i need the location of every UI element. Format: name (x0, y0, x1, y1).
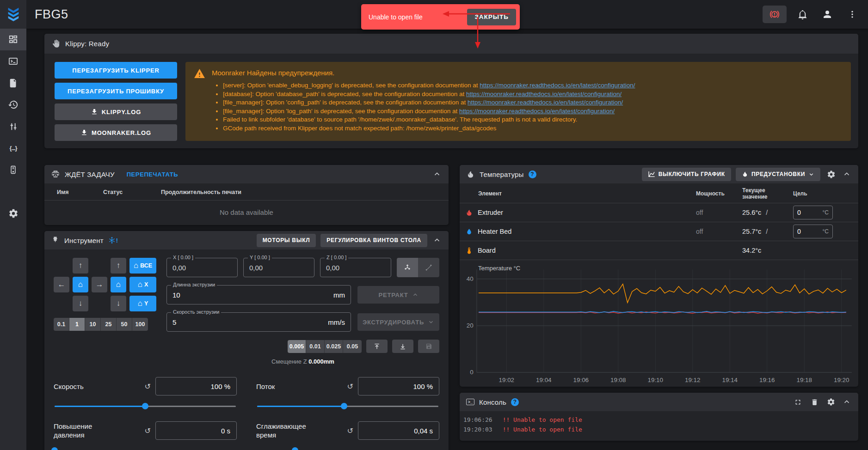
extrude-length-field[interactable]: Длинна экструзии 10 mm (166, 285, 351, 304)
moonraker-log-label: MOONRAKER.LOG (92, 129, 151, 136)
slider-thumb[interactable] (292, 447, 298, 450)
sidebar-item-machine[interactable] (0, 159, 26, 181)
warning-link[interactable]: https://moonraker.readthedocs.io/en/late… (459, 108, 615, 115)
move-step-option[interactable]: 50 (117, 318, 132, 331)
toggle-chart-button[interactable]: ВЫКЛЮЧИТЬ ГРАФИК (642, 168, 731, 181)
pressure-advance-value[interactable]: 0 s (155, 421, 237, 440)
move-step-option[interactable]: 0.1 (54, 318, 69, 331)
help-icon[interactable]: ? (529, 170, 536, 178)
flow-factor-slider[interactable] (257, 403, 438, 409)
column-status: Статус (103, 189, 161, 195)
sidebar-item-heightmap-tune[interactable] (0, 116, 26, 137)
overflow-menu-button[interactable] (843, 5, 862, 24)
speed-factor-slider[interactable] (55, 403, 236, 409)
warning-link[interactable]: https://moonraker.readthedocs.io/en/late… (480, 82, 635, 89)
mainsail-logo[interactable] (0, 0, 26, 29)
job-queue-title: ЖДЁТ ЗАДАЧУ (65, 170, 115, 178)
bell-icon (797, 9, 808, 20)
temperature-settings-button[interactable] (825, 168, 837, 180)
z-step-option[interactable]: 0.05 (343, 340, 362, 353)
move-y-plus-button[interactable]: ↑ (73, 258, 88, 274)
job-queue-header: ЖДЁТ ЗАДАЧУ ПЕРЕПЕЧАТАТЬ (44, 165, 449, 183)
sidebar-item-machine-config[interactable]: {...} (0, 137, 26, 159)
speed-factor-value[interactable]: 100 % (155, 377, 237, 395)
cooldown-indicator[interactable]: ! (108, 237, 118, 244)
collapse-button[interactable] (842, 397, 852, 407)
notifications-button[interactable] (793, 5, 812, 24)
extrude-button[interactable]: ЭКСТРУДИРОВАТЬ (357, 313, 439, 331)
reprint-button[interactable]: ПЕРЕПЕЧАТАТЬ (127, 171, 179, 178)
klippy-log-button[interactable]: KLIPPY.LOG (55, 103, 177, 120)
move-step-option-selected[interactable]: 1 (69, 318, 85, 331)
collapse-button[interactable] (432, 169, 442, 179)
bed-screws-button[interactable]: РЕГУЛИРОВКА ВИНТОВ СТОЛА (320, 234, 427, 247)
slider-thumb[interactable] (142, 403, 148, 409)
vector-line-icon (425, 263, 433, 272)
vector-move-mode-button[interactable] (418, 258, 439, 277)
console-log[interactable]: 19:06:26 !! Unable to open file 19:20:03… (460, 411, 858, 441)
help-icon[interactable]: ? (511, 398, 519, 406)
sidebar-item-console[interactable] (0, 50, 26, 72)
home-z-button[interactable]: ⌂ (111, 277, 126, 292)
position-y-field[interactable]: Y [ 0.00 ] 0,00 (243, 258, 314, 277)
heater-name: Extruder (478, 209, 503, 216)
sidebar-spacer (0, 181, 26, 202)
move-step-option[interactable]: 25 (101, 318, 117, 331)
move-z-minus-button[interactable]: ↓ (111, 296, 126, 311)
axis-move-mode-button[interactable] (397, 258, 418, 277)
position-z-field[interactable]: Z [ 0.00 ] 0,00 (320, 258, 391, 277)
reset-icon[interactable]: ↺ (145, 382, 151, 391)
warning-list: [server]: Option 'enable_debug_logging' … (223, 81, 635, 133)
pressure-advance-slider[interactable] (55, 447, 236, 450)
extrude-speed-field[interactable]: Скорость экструзии 5 mm/s (166, 312, 351, 332)
retract-button[interactable]: РЕТРАКТ (357, 286, 439, 304)
flow-factor-value[interactable]: 100 % (358, 377, 439, 395)
snackbar-close-button[interactable]: ЗАКРЫТЬ (467, 9, 516, 25)
move-x-plus-button[interactable]: → (92, 277, 107, 292)
moonraker-log-button[interactable]: MOONRAKER.LOG (55, 124, 177, 141)
sidebar-item-settings[interactable] (0, 202, 26, 224)
z-offset-up-button[interactable] (366, 340, 388, 353)
console-settings-button[interactable] (825, 396, 837, 408)
heater-bed-target-input[interactable]: 0 °C (793, 225, 833, 238)
home-xy-button[interactable]: ⌂ (73, 277, 88, 292)
sidebar-item-history[interactable] (0, 94, 26, 116)
z-step-option[interactable]: 0.01 (306, 340, 325, 353)
smooth-time-value[interactable]: 0,04 s (358, 421, 439, 440)
sidebar-item-dashboard[interactable] (0, 29, 26, 50)
restart-klipper-button[interactable]: ПЕРЕЗАГРУЗИТЬ KLIPPER (55, 62, 177, 79)
home-all-button[interactable]: ⌂ВСЕ (129, 258, 156, 274)
account-button[interactable] (818, 5, 837, 24)
temperature-header: Температуры ? ВЫКЛЮЧИТЬ ГРАФИК (460, 165, 858, 183)
move-step-option[interactable]: 100 (132, 318, 148, 331)
motors-off-button[interactable]: МОТОРЫ ВЫКЛ (257, 234, 316, 247)
console-clear-button[interactable] (808, 396, 820, 408)
move-z-plus-button[interactable]: ↑ (111, 258, 126, 274)
home-y-button[interactable]: ⌂Y (129, 296, 156, 311)
slider-thumb[interactable] (51, 447, 58, 450)
z-step-option[interactable]: 0.025 (325, 340, 343, 353)
reset-icon[interactable]: ↺ (347, 426, 353, 435)
restart-firmware-button[interactable]: ПЕРЕЗАГРУЗИТЬ ПРОШИВКУ (55, 83, 177, 99)
sidebar-item-gcode-files[interactable] (0, 72, 26, 94)
home-x-button[interactable]: ⌂X (129, 277, 156, 292)
move-x-minus-button[interactable]: ← (54, 277, 69, 292)
presets-button[interactable]: ПРЕДУСТАНОВКИ (736, 168, 820, 181)
emergency-stop-button[interactable] (763, 6, 787, 23)
z-offset-save-button[interactable] (418, 340, 439, 353)
reset-icon[interactable]: ↺ (347, 382, 353, 391)
warning-link[interactable]: https://moonraker.readthedocs.io/en/late… (468, 99, 623, 106)
console-fullscreen-button[interactable] (792, 396, 804, 408)
extruder-target-input[interactable]: 0 °C (793, 206, 833, 219)
z-offset-down-button[interactable] (392, 340, 413, 353)
move-y-minus-button[interactable]: ↓ (73, 296, 88, 311)
slider-thumb[interactable] (341, 403, 347, 409)
move-step-option[interactable]: 10 (85, 318, 101, 331)
z-step-option-selected[interactable]: 0.005 (288, 340, 306, 353)
collapse-button[interactable] (432, 235, 442, 245)
position-x-field[interactable]: X [ 0.00 ] 0,00 (166, 258, 238, 277)
collapse-button[interactable] (842, 169, 852, 179)
reset-icon[interactable]: ↺ (145, 426, 151, 435)
smooth-time-slider[interactable] (257, 447, 438, 450)
warning-link[interactable]: https://moonraker.readthedocs.io/en/late… (466, 91, 622, 97)
